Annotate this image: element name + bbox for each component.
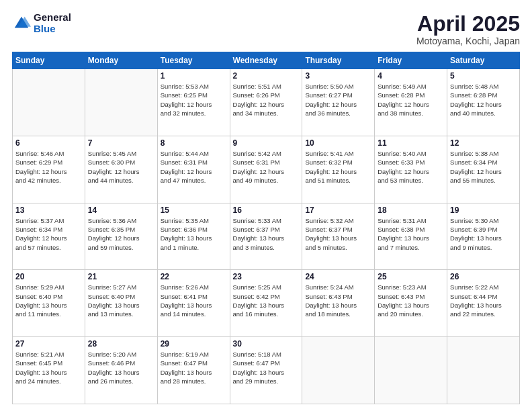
day-info: Sunrise: 5:23 AM Sunset: 6:43 PM Dayligh… [378, 283, 444, 318]
calendar-cell: 22Sunrise: 5:26 AM Sunset: 6:41 PM Dayli… [157, 270, 230, 337]
calendar-cell: 27Sunrise: 5:21 AM Sunset: 6:45 PM Dayli… [13, 337, 85, 404]
page: General Blue April 2025 Motoyama, Kochi,… [0, 0, 532, 411]
day-info: Sunrise: 5:41 AM Sunset: 6:32 PM Dayligh… [305, 149, 371, 185]
calendar-cell: 17Sunrise: 5:32 AM Sunset: 6:37 PM Dayli… [302, 203, 375, 270]
day-number: 6 [15, 138, 82, 148]
day-number: 18 [378, 205, 444, 215]
calendar-cell: 26Sunrise: 5:22 AM Sunset: 6:44 PM Dayli… [447, 270, 520, 337]
logo-general: General [34, 12, 71, 24]
week-row-2: 13Sunrise: 5:37 AM Sunset: 6:34 PM Dayli… [13, 203, 520, 270]
logo-icon [12, 14, 31, 33]
day-info: Sunrise: 5:46 AM Sunset: 6:29 PM Dayligh… [15, 149, 82, 185]
day-number: 23 [233, 272, 300, 281]
day-number: 11 [378, 138, 444, 148]
calendar-cell: 3Sunrise: 5:50 AM Sunset: 6:27 PM Daylig… [302, 69, 375, 136]
day-info: Sunrise: 5:36 AM Sunset: 6:35 PM Dayligh… [88, 216, 154, 252]
calendar-cell [447, 337, 520, 404]
week-row-1: 6Sunrise: 5:46 AM Sunset: 6:29 PM Daylig… [13, 136, 520, 203]
calendar-cell [302, 337, 375, 404]
day-number: 2 [233, 71, 300, 81]
header: General Blue April 2025 Motoyama, Kochi,… [12, 12, 520, 46]
day-info: Sunrise: 5:31 AM Sunset: 6:38 PM Dayligh… [378, 216, 444, 252]
calendar-cell: 21Sunrise: 5:27 AM Sunset: 6:40 PM Dayli… [85, 270, 157, 337]
calendar-cell: 8Sunrise: 5:44 AM Sunset: 6:31 PM Daylig… [157, 136, 230, 203]
calendar-cell [85, 69, 157, 136]
weekday-header-thursday: Thursday [302, 52, 375, 69]
day-number: 7 [88, 138, 154, 148]
day-number: 12 [450, 138, 517, 148]
calendar-cell: 4Sunrise: 5:49 AM Sunset: 6:28 PM Daylig… [375, 69, 447, 136]
week-row-4: 27Sunrise: 5:21 AM Sunset: 6:45 PM Dayli… [13, 337, 520, 404]
day-number: 13 [15, 205, 82, 215]
day-info: Sunrise: 5:37 AM Sunset: 6:34 PM Dayligh… [15, 216, 82, 252]
calendar-cell: 13Sunrise: 5:37 AM Sunset: 6:34 PM Dayli… [13, 203, 85, 270]
day-info: Sunrise: 5:40 AM Sunset: 6:33 PM Dayligh… [378, 149, 444, 185]
weekday-header-wednesday: Wednesday [230, 52, 302, 69]
day-info: Sunrise: 5:53 AM Sunset: 6:25 PM Dayligh… [161, 82, 227, 118]
calendar-cell: 14Sunrise: 5:36 AM Sunset: 6:35 PM Dayli… [85, 203, 157, 270]
day-number: 29 [161, 339, 227, 349]
day-info: Sunrise: 5:24 AM Sunset: 6:43 PM Dayligh… [305, 283, 371, 318]
calendar-cell: 30Sunrise: 5:18 AM Sunset: 6:47 PM Dayli… [230, 337, 302, 404]
calendar-cell: 15Sunrise: 5:35 AM Sunset: 6:36 PM Dayli… [157, 203, 230, 270]
calendar-cell: 24Sunrise: 5:24 AM Sunset: 6:43 PM Dayli… [302, 270, 375, 337]
day-info: Sunrise: 5:29 AM Sunset: 6:40 PM Dayligh… [15, 283, 82, 318]
day-number: 5 [450, 71, 517, 81]
day-info: Sunrise: 5:26 AM Sunset: 6:41 PM Dayligh… [161, 283, 227, 318]
day-number: 28 [88, 339, 154, 349]
calendar-cell: 16Sunrise: 5:33 AM Sunset: 6:37 PM Dayli… [230, 203, 302, 270]
day-info: Sunrise: 5:32 AM Sunset: 6:37 PM Dayligh… [305, 216, 371, 252]
calendar-cell [13, 69, 85, 136]
weekday-header-row: SundayMondayTuesdayWednesdayThursdayFrid… [13, 52, 520, 69]
day-number: 9 [233, 138, 300, 148]
day-number: 8 [161, 138, 227, 148]
calendar-cell: 25Sunrise: 5:23 AM Sunset: 6:43 PM Dayli… [375, 270, 447, 337]
day-info: Sunrise: 5:18 AM Sunset: 6:47 PM Dayligh… [233, 350, 300, 385]
day-number: 10 [305, 138, 371, 148]
calendar-cell: 1Sunrise: 5:53 AM Sunset: 6:25 PM Daylig… [157, 69, 230, 136]
day-number: 4 [378, 71, 444, 81]
calendar-cell: 7Sunrise: 5:45 AM Sunset: 6:30 PM Daylig… [85, 136, 157, 203]
day-info: Sunrise: 5:50 AM Sunset: 6:27 PM Dayligh… [305, 82, 371, 118]
weekday-header-sunday: Sunday [13, 52, 85, 69]
week-row-3: 20Sunrise: 5:29 AM Sunset: 6:40 PM Dayli… [13, 270, 520, 337]
day-info: Sunrise: 5:51 AM Sunset: 6:26 PM Dayligh… [233, 82, 300, 118]
logo: General Blue [12, 12, 71, 34]
month-title: April 2025 [416, 12, 520, 36]
calendar-cell: 23Sunrise: 5:25 AM Sunset: 6:42 PM Dayli… [230, 270, 302, 337]
day-info: Sunrise: 5:38 AM Sunset: 6:34 PM Dayligh… [450, 149, 517, 185]
day-info: Sunrise: 5:25 AM Sunset: 6:42 PM Dayligh… [233, 283, 300, 318]
calendar-cell: 19Sunrise: 5:30 AM Sunset: 6:39 PM Dayli… [447, 203, 520, 270]
day-info: Sunrise: 5:19 AM Sunset: 6:47 PM Dayligh… [161, 350, 227, 385]
day-info: Sunrise: 5:21 AM Sunset: 6:45 PM Dayligh… [15, 350, 82, 385]
day-number: 27 [15, 339, 82, 349]
calendar-cell: 20Sunrise: 5:29 AM Sunset: 6:40 PM Dayli… [13, 270, 85, 337]
day-number: 21 [88, 272, 154, 281]
calendar-cell: 2Sunrise: 5:51 AM Sunset: 6:26 PM Daylig… [230, 69, 302, 136]
weekday-header-friday: Friday [375, 52, 447, 69]
calendar-cell: 29Sunrise: 5:19 AM Sunset: 6:47 PM Dayli… [157, 337, 230, 404]
day-info: Sunrise: 5:48 AM Sunset: 6:28 PM Dayligh… [450, 82, 517, 118]
day-number: 14 [88, 205, 154, 215]
calendar-cell: 10Sunrise: 5:41 AM Sunset: 6:32 PM Dayli… [302, 136, 375, 203]
logo-text: General Blue [34, 12, 71, 34]
day-number: 1 [161, 71, 227, 81]
calendar-cell [375, 337, 447, 404]
calendar-cell: 12Sunrise: 5:38 AM Sunset: 6:34 PM Dayli… [447, 136, 520, 203]
calendar-cell: 11Sunrise: 5:40 AM Sunset: 6:33 PM Dayli… [375, 136, 447, 203]
week-row-0: 1Sunrise: 5:53 AM Sunset: 6:25 PM Daylig… [13, 69, 520, 136]
location: Motoyama, Kochi, Japan [416, 36, 520, 46]
day-number: 26 [450, 272, 517, 281]
day-number: 30 [233, 339, 300, 349]
calendar-cell: 5Sunrise: 5:48 AM Sunset: 6:28 PM Daylig… [447, 69, 520, 136]
day-number: 16 [233, 205, 300, 215]
day-number: 20 [15, 272, 82, 281]
day-info: Sunrise: 5:42 AM Sunset: 6:31 PM Dayligh… [233, 149, 300, 185]
day-number: 3 [305, 71, 371, 81]
day-info: Sunrise: 5:49 AM Sunset: 6:28 PM Dayligh… [378, 82, 444, 118]
weekday-header-saturday: Saturday [447, 52, 520, 69]
day-info: Sunrise: 5:20 AM Sunset: 6:46 PM Dayligh… [88, 350, 154, 385]
day-number: 24 [305, 272, 371, 281]
title-block: April 2025 Motoyama, Kochi, Japan [416, 12, 520, 46]
day-number: 25 [378, 272, 444, 281]
